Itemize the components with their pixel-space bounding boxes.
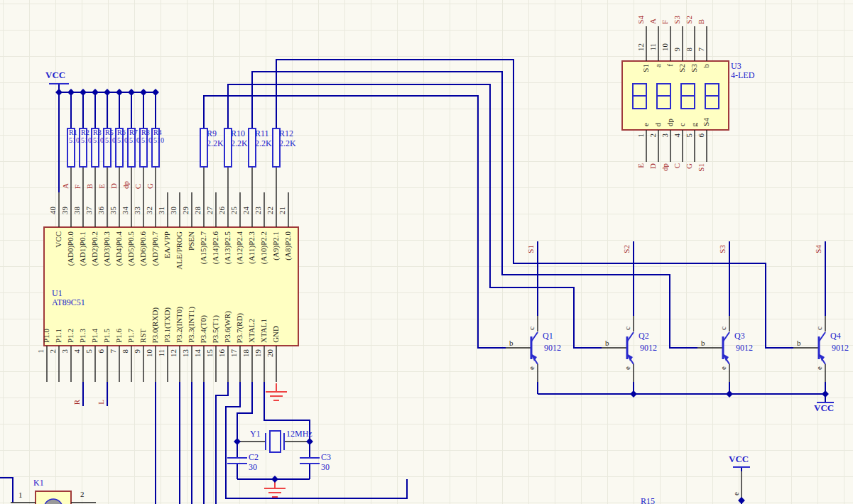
- net-label[interactable]: dp: [121, 181, 131, 189]
- resistor-designator[interactable]: R8: [141, 128, 150, 136]
- u3-net-label[interactable]: G: [685, 163, 694, 169]
- resistor-designator[interactable]: R2: [81, 128, 89, 136]
- transistor-part[interactable]: 9012: [736, 344, 753, 352]
- resistor-designator[interactable]: R4: [153, 128, 162, 136]
- u3-pin-number: 4: [673, 133, 682, 138]
- u3-net-label[interactable]: D: [648, 163, 658, 169]
- u3-designator[interactable]: U3: [731, 62, 741, 70]
- net-label[interactable]: S1: [526, 245, 536, 253]
- transistor-designator[interactable]: Q3: [734, 332, 745, 340]
- resistor-value[interactable]: 2.2K: [231, 139, 248, 148]
- u3-pin-name: c: [678, 123, 687, 126]
- u1-pin-number: 19: [254, 349, 263, 357]
- u1-pin-name: ALE/PROG: [175, 231, 184, 270]
- u1-pin-name: (AD1)P0.1: [78, 231, 87, 266]
- u3-net-label[interactable]: C: [673, 163, 682, 168]
- k1-designator[interactable]: K1: [33, 478, 44, 487]
- u3-pin-number: 12: [636, 43, 646, 51]
- u1-pin-name: (AD2)P0.2: [90, 231, 99, 266]
- transistor-designator[interactable]: Q2: [639, 332, 649, 340]
- resistor-designator[interactable]: R6: [117, 128, 126, 136]
- resistor-designator[interactable]: R9: [207, 129, 217, 138]
- net-label[interactable]: B: [85, 184, 94, 189]
- resistor-designator[interactable]: R5: [105, 128, 114, 136]
- resistor-value[interactable]: 510: [153, 136, 164, 144]
- u1-pin-name: P3.1(TXD): [163, 307, 172, 343]
- c3-designator[interactable]: C3: [321, 453, 331, 461]
- u1-pin-number: 11: [157, 349, 166, 357]
- terminal-label-e: e: [815, 366, 824, 370]
- transistor-designator[interactable]: Q1: [543, 332, 553, 340]
- transistor-part[interactable]: 9012: [544, 344, 561, 352]
- net-label-r[interactable]: R: [72, 400, 82, 405]
- u1-pin-number: 20: [266, 349, 275, 357]
- u1-designator[interactable]: U1: [52, 289, 63, 297]
- u3-net-label[interactable]: B: [697, 19, 706, 24]
- u3-net-label[interactable]: S4: [636, 16, 646, 24]
- resistor-value[interactable]: 2.2K: [255, 139, 272, 148]
- net-label-l[interactable]: L: [97, 400, 106, 405]
- resistor-designator[interactable]: R3: [93, 128, 102, 136]
- transistor-part[interactable]: 9012: [640, 344, 657, 352]
- u3-net-label[interactable]: E: [636, 163, 646, 168]
- resistor-designator[interactable]: R10: [231, 129, 245, 138]
- c2-value[interactable]: 30: [249, 463, 257, 471]
- c2-designator[interactable]: C2: [249, 453, 259, 461]
- u1-pin-number: 39: [60, 207, 70, 214]
- resistor-value[interactable]: 2.2K: [207, 139, 224, 148]
- u3-net-label[interactable]: S1: [697, 163, 706, 172]
- u1-pin-number: 15: [205, 349, 214, 357]
- u1-pin-name: (A11)P2.3: [247, 231, 256, 264]
- resistor-value[interactable]: 510: [69, 136, 80, 144]
- u3-pin-number: 11: [648, 43, 658, 51]
- resistor-designator[interactable]: R12: [279, 129, 293, 138]
- net-label[interactable]: G: [146, 183, 155, 189]
- u3-pin-name: g: [690, 123, 699, 127]
- resistor-value[interactable]: 510: [129, 136, 140, 144]
- u1-pin-number: 25: [229, 207, 239, 214]
- r15-designator[interactable]: R15: [641, 497, 655, 504]
- u1-pin-number: 1: [36, 349, 45, 354]
- net-label[interactable]: S2: [622, 245, 631, 253]
- u1-pin-name: P3.5(T1): [211, 315, 220, 343]
- u3-pin-number: 7: [697, 48, 706, 52]
- transistor-designator[interactable]: Q4: [830, 332, 841, 340]
- resistor-value[interactable]: 510: [81, 136, 92, 144]
- resistor-designator[interactable]: R1: [69, 128, 77, 136]
- resistor-value[interactable]: 2.2K: [279, 139, 296, 148]
- net-label[interactable]: S4: [814, 245, 823, 253]
- crystal-designator[interactable]: Y1: [250, 429, 261, 438]
- resistor-value[interactable]: 510: [117, 136, 128, 144]
- u3-net-label[interactable]: F: [661, 20, 670, 24]
- net-label[interactable]: A: [61, 183, 70, 189]
- u1-pin-name: (AD0)P0.0: [66, 231, 75, 266]
- terminal-label-c: c: [527, 327, 536, 330]
- u3-net-label[interactable]: S3: [673, 16, 682, 24]
- net-label[interactable]: E: [97, 184, 107, 189]
- resistor-designator[interactable]: R7: [129, 128, 138, 136]
- c3-value[interactable]: 30: [321, 463, 330, 471]
- crystal-value[interactable]: 12MHz: [286, 429, 313, 438]
- u3-net-label[interactable]: A: [648, 18, 658, 24]
- net-label[interactable]: D: [109, 183, 119, 189]
- u1-pin-number: 5: [85, 349, 94, 354]
- resistor-value[interactable]: 510: [93, 136, 104, 144]
- u3-part[interactable]: 4-LED: [731, 71, 754, 80]
- resistor-value[interactable]: 510: [105, 136, 116, 144]
- net-label[interactable]: F: [73, 185, 82, 189]
- transistor-part[interactable]: 9012: [832, 344, 849, 352]
- net-label[interactable]: S3: [718, 245, 727, 253]
- u3-net-label[interactable]: S2: [685, 16, 694, 24]
- u1-pin-number: 3: [60, 349, 70, 354]
- u1-pin-number: 17: [229, 349, 239, 357]
- terminal-label-b: b: [605, 339, 609, 347]
- terminal-label-b: b: [797, 339, 801, 347]
- resistor-value[interactable]: 510: [141, 136, 152, 144]
- u1-pin-name: P3.2(INT0): [175, 307, 184, 343]
- u1-pin-number: 26: [217, 207, 227, 214]
- u3-net-label[interactable]: dp: [661, 163, 670, 171]
- net-label[interactable]: C: [134, 184, 143, 189]
- u1-part[interactable]: AT89C51: [52, 298, 85, 307]
- resistor-designator[interactable]: R11: [255, 129, 269, 138]
- terminal-label-b: b: [509, 339, 514, 347]
